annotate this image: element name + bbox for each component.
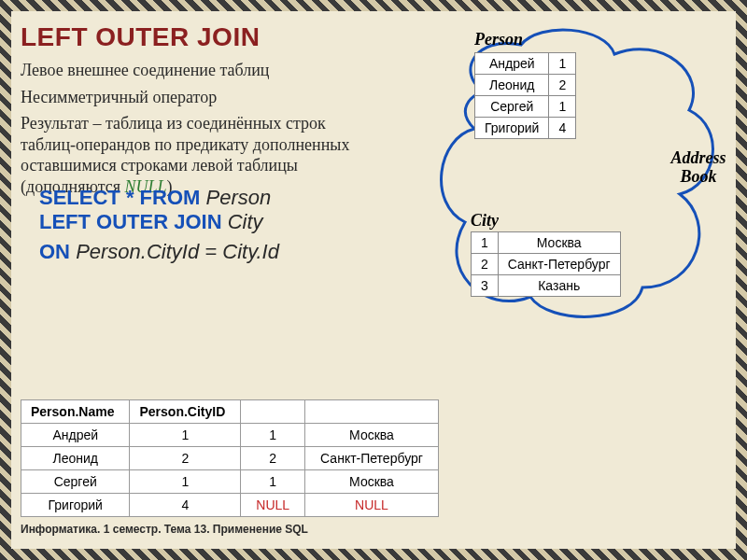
desc-line-3: Результат – таблица из соединённых строк…	[21, 113, 357, 197]
desc-line-1: Левое внешнее соединение таблиц	[21, 60, 357, 81]
sql-line-1: SELECT * FROM Person	[39, 186, 730, 210]
footer-text: Информатика. 1 семестр. Тема 13. Примене…	[21, 523, 308, 536]
col-city-name	[305, 400, 439, 424]
table-row: Андрей11Москва	[21, 424, 439, 447]
sql-block: SELECT * FROM Person LEFT OUTER JOIN Cit…	[39, 186, 730, 264]
table-row: Григорий4 NULLNULL	[21, 494, 439, 517]
table-row: Сергей11Москва	[21, 470, 439, 494]
person-table: Андрей1 Леонид2 Сергей1 Григорий4	[474, 52, 576, 139]
address-book-label: Address Book	[661, 149, 736, 187]
description-block: Левое внешнее соединение таблиц Несиммет…	[21, 60, 357, 197]
sql-line-3: ON Person.CityId = City.Id	[39, 240, 730, 264]
page-title: LEFT OUTER JOIN	[21, 22, 730, 52]
sql-line-2: LEFT OUTER JOIN City	[39, 210, 730, 234]
city-label: City	[471, 211, 499, 231]
result-table: Person.Name Person.CityID Андрей11Москва…	[21, 399, 439, 517]
person-label: Person	[474, 30, 523, 49]
col-person-name: Person.Name	[21, 400, 130, 424]
col-city-id	[241, 400, 305, 424]
desc-line-2: Несимметричный оператор	[21, 87, 357, 108]
city-table: 1Москва 2Санкт-Петербург 3Казань	[471, 231, 621, 297]
table-row: Леонид22Санкт-Петербург	[21, 447, 439, 470]
col-person-cityid: Person.CityID	[130, 400, 241, 424]
